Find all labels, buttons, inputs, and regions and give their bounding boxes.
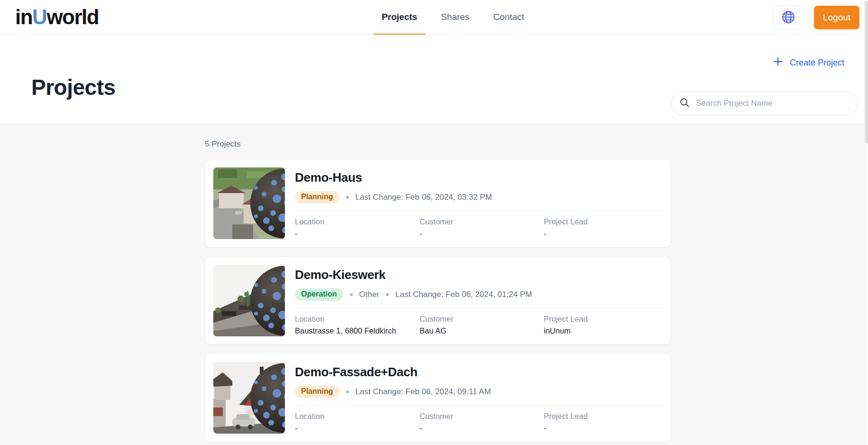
project-lead-value: - — [544, 228, 662, 239]
location-label: Location — [295, 411, 420, 421]
project-name: Demo-Kieswerk — [295, 268, 662, 282]
status-badge: Planning — [295, 191, 339, 204]
project-card-body: Demo-Fassade+Dach Planning Last Change: … — [295, 362, 662, 434]
language-button[interactable] — [772, 6, 804, 29]
project-name: Demo-Haus — [295, 170, 662, 185]
scrollbar-thumb[interactable] — [865, 1, 868, 143]
project-thumbnail-aerial-village — [213, 167, 285, 239]
create-project-label: Create Project — [790, 58, 844, 68]
logo-text-suffix: world — [46, 5, 99, 28]
dot-separator — [346, 390, 349, 393]
page-title: Projects — [31, 74, 116, 100]
page-header-section: Projects Create Project — [0, 35, 868, 124]
dot-separator — [346, 196, 349, 199]
customer-value: Bau AG — [420, 325, 544, 336]
last-change: Last Change: Feb 06, 2024, 09:11 AM — [356, 387, 491, 397]
detail-project-lead: Project Lead - — [544, 216, 662, 239]
project-card-demo-kieswerk[interactable]: Demo-Kieswerk Operation Other Last Chang… — [205, 256, 671, 345]
project-card-demo-haus[interactable]: Demo-Haus Planning Last Change: Feb 06, … — [205, 159, 671, 248]
project-card-body: Demo-Haus Planning Last Change: Feb 06, … — [295, 167, 662, 239]
detail-project-lead: Project Lead inUnum — [544, 314, 662, 336]
location-value: - — [295, 228, 420, 239]
project-type: Other — [359, 290, 380, 299]
dot-separator — [350, 293, 353, 296]
detail-location: Location - — [295, 411, 420, 434]
project-thumbnail-red-house — [213, 362, 285, 434]
projects-count: 5 Projects — [205, 139, 868, 149]
project-card-demo-fassade-dach[interactable]: Demo-Fassade+Dach Planning Last Change: … — [205, 353, 671, 442]
customer-label: Customer — [420, 314, 544, 324]
project-thumbnail-gravel-plant — [213, 265, 285, 336]
brand-logo[interactable]: inUworld — [15, 4, 99, 30]
dot-separator — [386, 293, 389, 296]
logout-button[interactable]: Logout — [814, 6, 859, 29]
detail-location: Location - — [295, 216, 420, 239]
project-lead-label: Project Lead — [544, 411, 662, 421]
customer-label: Customer — [420, 216, 544, 227]
location-value: Baustrasse 1, 6800 Feldkirch — [295, 325, 420, 336]
plus-icon — [773, 56, 783, 69]
top-navigation-bar: inUworld Projects Shares Contact Logout — [0, 0, 868, 35]
detail-customer: Customer Bau AG — [420, 314, 544, 336]
header-actions: Logout — [772, 6, 859, 29]
nav-tab-projects[interactable]: Projects — [373, 0, 426, 35]
project-name: Demo-Fassade+Dach — [295, 365, 662, 380]
status-badge: Operation — [295, 288, 343, 301]
project-lead-label: Project Lead — [544, 216, 662, 227]
project-details: Location - Customer - Project Lead - — [295, 211, 662, 239]
detail-location: Location Baustrasse 1, 6800 Feldkirch — [295, 314, 420, 336]
project-details: Location Baustrasse 1, 6800 Feldkirch Cu… — [295, 308, 662, 336]
logo-text-accent: U — [32, 5, 46, 28]
location-value: - — [295, 422, 420, 434]
globe-icon — [781, 10, 795, 26]
detail-customer: Customer - — [420, 411, 544, 434]
project-lead-value: - — [544, 422, 662, 434]
nav-tab-shares[interactable]: Shares — [432, 0, 478, 35]
detail-customer: Customer - — [420, 216, 544, 239]
last-change: Last Change: Feb 06, 2024, 01:24 PM — [395, 290, 532, 299]
search-icon — [679, 97, 690, 110]
project-search — [671, 92, 858, 115]
project-meta: Operation Other Last Change: Feb 06, 202… — [295, 288, 662, 301]
customer-value: - — [420, 422, 544, 434]
search-input[interactable] — [696, 99, 850, 108]
project-lead-value: inUnum — [544, 325, 662, 336]
main-nav: Projects Shares Contact — [373, 0, 533, 35]
location-label: Location — [295, 314, 420, 324]
project-lead-label: Project Lead — [544, 314, 662, 324]
customer-value: - — [420, 228, 544, 239]
project-meta: Planning Last Change: Feb 06, 2024, 03:3… — [295, 191, 662, 204]
project-card-body: Demo-Kieswerk Operation Other Last Chang… — [295, 265, 662, 336]
create-project-button[interactable]: Create Project — [773, 56, 844, 69]
project-details: Location - Customer - Project Lead - — [295, 405, 662, 434]
customer-label: Customer — [420, 411, 544, 421]
location-label: Location — [295, 216, 420, 227]
vertical-scrollbar[interactable] — [864, 0, 868, 445]
status-badge: Planning — [295, 386, 339, 398]
last-change: Last Change: Feb 06, 2024, 03:32 PM — [356, 193, 492, 202]
projects-list-section: 5 Projects Demo-Haus — [0, 124, 868, 442]
logo-text-prefix: in — [15, 5, 32, 28]
project-meta: Planning Last Change: Feb 06, 2024, 09:1… — [295, 386, 662, 398]
detail-project-lead: Project Lead - — [544, 411, 662, 434]
nav-tab-contact[interactable]: Contact — [484, 0, 532, 35]
